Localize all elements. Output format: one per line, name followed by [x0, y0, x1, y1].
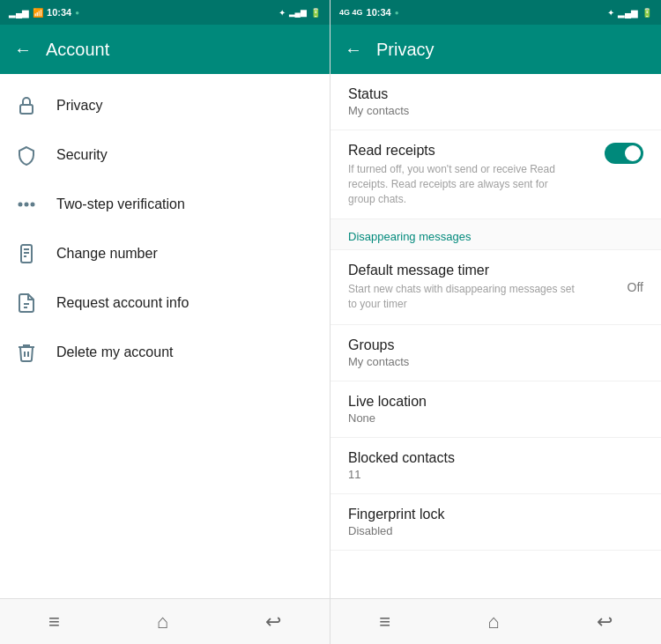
left-wifi-icon: 📶	[33, 8, 43, 18]
right-back-nav-icon[interactable]: ↩	[597, 611, 613, 633]
svg-point-1	[19, 204, 22, 206]
live-location-content: Live location None	[348, 394, 643, 425]
change-number-label: Change number	[56, 246, 158, 262]
status-content: Status My contacts	[348, 86, 643, 117]
privacy-top-bar: ← Privacy	[330, 25, 661, 74]
right-status-left: 4G 4G 10:34 ●	[339, 7, 399, 18]
privacy-list: Status My contacts Read receipts If turn…	[330, 74, 661, 598]
left-time: 10:34	[47, 7, 71, 18]
privacy-item-status[interactable]: Status My contacts	[330, 74, 661, 130]
left-signal-icon: ▂▄▆	[9, 8, 29, 18]
privacy-item-default-timer[interactable]: Default message timer Start new chats wi…	[330, 250, 661, 325]
doc-icon	[14, 291, 39, 315]
right-time: 10:34	[367, 7, 391, 18]
right-wifi-icon: ▂▄▆	[618, 8, 638, 18]
timer-content: Default message timer Start new chats wi…	[348, 263, 617, 312]
left-status-left: ▂▄▆ 📶 10:34 ●	[9, 7, 79, 18]
left-status-right: ✦ ▂▄▆ 🔋	[279, 8, 321, 18]
groups-content: Groups My contacts	[348, 337, 643, 368]
phone-edit-icon	[14, 241, 39, 266]
privacy-item-groups[interactable]: Groups My contacts	[330, 325, 661, 381]
right-battery-icon: 🔋	[642, 8, 652, 18]
right-menu-nav-icon[interactable]: ≡	[379, 611, 390, 633]
fingerprint-content: Fingerprint lock Disabled	[348, 507, 643, 537]
account-title: Account	[46, 40, 109, 60]
svg-rect-0	[20, 105, 33, 114]
privacy-back-button[interactable]: ←	[345, 41, 362, 58]
privacy-panel: 4G 4G 10:34 ● ✦ ▂▄▆ 🔋 ← Privacy Status M…	[330, 0, 661, 644]
privacy-item-blocked-contacts[interactable]: Blocked contacts 11	[330, 438, 661, 494]
left-menu-nav-icon[interactable]: ≡	[48, 611, 60, 633]
left-bluetooth-icon: ✦	[279, 8, 286, 18]
groups-title: Groups	[348, 337, 643, 353]
blocked-contacts-content: Blocked contacts 11	[348, 450, 643, 481]
privacy-item-fingerprint-lock[interactable]: Fingerprint lock Disabled	[330, 494, 661, 551]
left-bottom-nav: ≡ ⌂ ↩	[0, 598, 330, 644]
left-home-nav-icon[interactable]: ⌂	[157, 611, 168, 633]
left-battery-icon: 🔋	[310, 8, 321, 18]
timer-title: Default message timer	[348, 263, 617, 278]
blocked-contacts-title: Blocked contacts	[348, 450, 643, 466]
menu-item-security[interactable]: Security	[0, 130, 330, 180]
right-dot: ●	[395, 9, 399, 17]
account-back-button[interactable]: ←	[14, 41, 32, 58]
section-label: Disappearing messages	[348, 230, 471, 243]
privacy-item-read-receipts[interactable]: Read receipts If turned off, you won't s…	[330, 130, 661, 219]
left-status-bar: ▂▄▆ 📶 10:34 ● ✦ ▂▄▆ 🔋	[0, 0, 330, 25]
trash-icon	[14, 340, 39, 365]
privacy-title: Privacy	[376, 40, 434, 60]
timer-desc: Start new chats with disappearing messag…	[348, 282, 577, 312]
two-step-icon	[14, 192, 39, 217]
menu-item-privacy[interactable]: Privacy	[0, 81, 330, 130]
request-info-label: Request account info	[56, 295, 189, 311]
disappearing-messages-section: Disappearing messages	[330, 219, 661, 250]
fingerprint-subtitle: Disabled	[348, 524, 643, 537]
timer-value: Off	[628, 280, 643, 294]
account-menu-list: Privacy Security Two-step verification	[0, 74, 330, 598]
menu-item-change-number[interactable]: Change number	[0, 229, 330, 278]
account-panel: ▂▄▆ 📶 10:34 ● ✦ ▂▄▆ 🔋 ← Account Privacy	[0, 0, 330, 644]
read-receipts-toggle[interactable]	[605, 143, 643, 164]
live-location-title: Live location	[348, 394, 643, 410]
read-receipts-title: Read receipts	[348, 143, 605, 159]
shield-icon	[14, 143, 39, 167]
lock-icon	[14, 93, 39, 118]
right-status-right: ✦ ▂▄▆ 🔋	[607, 8, 652, 18]
menu-item-request-info[interactable]: Request account info	[0, 278, 330, 328]
delete-account-label: Delete my account	[56, 344, 174, 360]
right-status-bar: 4G 4G 10:34 ● ✦ ▂▄▆ 🔋	[330, 0, 661, 25]
fingerprint-title: Fingerprint lock	[348, 507, 643, 522]
left-back-nav-icon[interactable]: ↩	[265, 611, 281, 633]
account-top-bar: ← Account	[0, 25, 330, 74]
right-home-nav-icon[interactable]: ⌂	[487, 611, 499, 633]
blocked-contacts-count: 11	[348, 468, 643, 481]
two-step-label: Two-step verification	[56, 196, 185, 212]
status-title: Status	[348, 86, 643, 102]
right-bluetooth-icon: ✦	[607, 8, 614, 18]
live-location-subtitle: None	[348, 411, 643, 425]
menu-item-two-step[interactable]: Two-step verification	[0, 180, 330, 229]
privacy-item-live-location[interactable]: Live location None	[330, 381, 661, 438]
privacy-label: Privacy	[56, 98, 102, 114]
svg-point-3	[32, 204, 34, 206]
read-receipts-content: Read receipts If turned off, you won't s…	[348, 143, 605, 206]
menu-item-delete-account[interactable]: Delete my account	[0, 328, 330, 377]
security-label: Security	[56, 147, 108, 163]
left-network-icon: ▂▄▆	[289, 8, 307, 17]
right-signal-4g: 4G 4G	[339, 8, 363, 17]
right-bottom-nav: ≡ ⌂ ↩	[330, 598, 661, 644]
groups-subtitle: My contacts	[348, 355, 643, 368]
left-dot: ●	[75, 9, 79, 17]
status-subtitle: My contacts	[348, 104, 643, 117]
read-receipts-desc: If turned off, you won't send or receive…	[348, 162, 577, 206]
svg-point-2	[26, 204, 28, 206]
